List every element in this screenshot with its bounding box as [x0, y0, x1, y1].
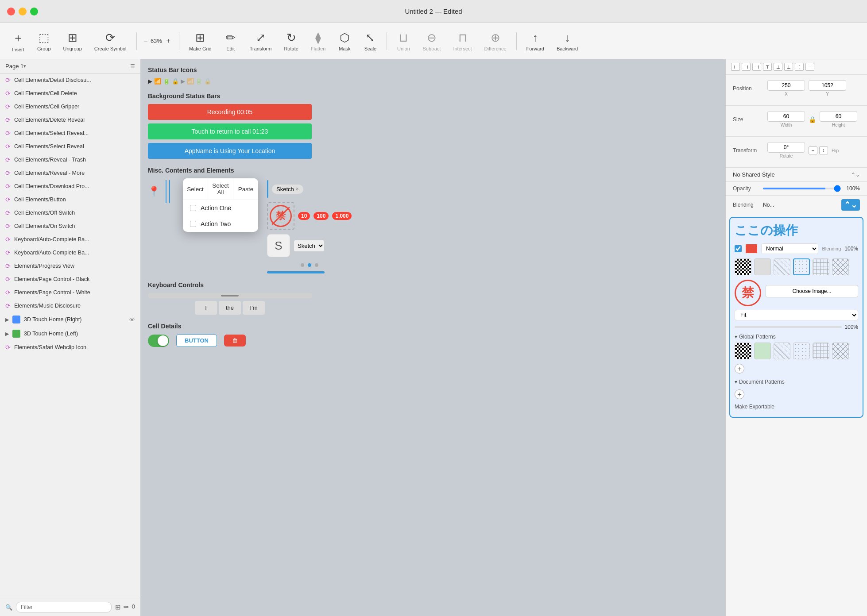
global-pattern-6[interactable] — [832, 343, 849, 359]
visibility-icon[interactable]: 👁 — [129, 316, 135, 323]
group-button[interactable]: ⬚ Group — [33, 28, 55, 54]
backward-button[interactable]: ↓ Backward — [552, 28, 582, 54]
list-item[interactable]: ⟳ Cell Elements/On Switch — [0, 219, 140, 233]
blending-dropdown-icon[interactable]: ⌃⌄ — [841, 199, 860, 211]
fit-select[interactable]: Fit — [735, 310, 858, 320]
flip-horizontal-icon[interactable]: ↔ — [809, 146, 817, 154]
pattern-wave[interactable] — [754, 258, 771, 275]
zoom-out-button[interactable]: − — [142, 36, 150, 46]
list-item[interactable]: ⟳ Cell Elements/Reveal - More — [0, 166, 140, 180]
document-patterns-header[interactable]: ▾ Document Patterns — [735, 375, 858, 388]
list-item[interactable]: ⟳ Cell Elements/Delete Reveal — [0, 113, 140, 127]
list-item[interactable]: ⟳ Cell Elements/Select Reveal... — [0, 127, 140, 140]
forward-button[interactable]: ↑ Forward — [522, 28, 549, 54]
opacity-slider[interactable] — [763, 188, 841, 189]
global-pattern-4[interactable] — [793, 343, 810, 359]
action-two-checkbox[interactable] — [190, 221, 196, 227]
difference-button[interactable]: ⊕ Difference — [480, 28, 511, 54]
key-im[interactable]: I'm — [243, 301, 265, 315]
edit-button[interactable]: ✏ Edit — [220, 28, 242, 54]
key-i[interactable]: I — [195, 301, 217, 315]
distribute-h-icon[interactable]: ⋮ — [795, 63, 804, 71]
global-pattern-5[interactable] — [813, 343, 829, 359]
select-button[interactable]: Select — [183, 178, 208, 200]
layers-icon[interactable]: ⊞ — [115, 603, 121, 611]
edit-layers-icon[interactable]: ✏ — [124, 603, 129, 611]
list-item[interactable]: ⟳ Elements/Progress View — [0, 259, 140, 273]
fill-color-swatch[interactable] — [745, 244, 758, 254]
list-item[interactable]: ⟳ Cell Elements/Detail Disclosu... — [0, 73, 140, 87]
minimize-button[interactable] — [19, 8, 27, 15]
global-patterns-add-button[interactable]: ＋ — [735, 364, 744, 373]
pattern-checkerboard[interactable] — [735, 258, 751, 275]
action-one-checkbox[interactable] — [190, 205, 196, 211]
global-patterns-header[interactable]: ▾ Global Patterns — [735, 330, 858, 343]
union-button[interactable]: ⊔ Union — [392, 28, 414, 54]
sidebar-filter-icon[interactable]: ☰ — [130, 63, 135, 69]
transform-button[interactable]: ⤢ Transform — [245, 28, 276, 54]
document-patterns-add-button[interactable]: ＋ — [735, 389, 744, 399]
choose-image-button[interactable]: Choose Image... — [766, 285, 858, 297]
close-button[interactable] — [7, 8, 15, 15]
select-all-button[interactable]: Select All — [208, 178, 233, 200]
global-pattern-3[interactable] — [774, 343, 790, 359]
global-pattern-2[interactable] — [754, 343, 771, 359]
pattern-dots[interactable] — [793, 258, 810, 275]
insert-button[interactable]: ＋ Insert — [7, 27, 29, 55]
make-grid-button[interactable]: ⊞ Make Grid — [185, 28, 216, 54]
pattern-hatch[interactable] — [774, 258, 790, 275]
cell-delete-button[interactable]: 🗑 — [224, 335, 246, 346]
action-one-row[interactable]: Action One — [183, 200, 258, 216]
list-item[interactable]: ⟳ Cell Elements/Off Switch — [0, 206, 140, 219]
toggle-switch[interactable] — [148, 335, 169, 347]
shared-style-row[interactable]: No Shared Style ⌃⌄ — [726, 168, 867, 182]
search-input[interactable] — [16, 602, 112, 612]
align-top-icon[interactable]: ⊤ — [763, 63, 772, 71]
rotate-input[interactable] — [767, 142, 805, 153]
align-center-v-icon[interactable]: ⊥ — [774, 63, 782, 71]
list-item[interactable]: ⟳ Cell Elements/Cell Delete — [0, 87, 140, 100]
list-item[interactable]: ⟳ Keyboard/Auto-Complete Ba... — [0, 233, 140, 246]
page-dropdown-arrow[interactable]: ▾ — [23, 63, 26, 69]
cell-button[interactable]: BUTTON — [176, 334, 217, 347]
height-input[interactable] — [820, 111, 857, 122]
zoom-in-button[interactable]: ＋ — [163, 35, 174, 46]
list-item[interactable]: ⟳ Cell Elements/Cell Gripper — [0, 100, 140, 113]
list-item[interactable]: ⟳ Elements/Page Control - White — [0, 286, 140, 299]
list-item[interactable]: ⟳ Elements/Safari Webclip Icon — [0, 341, 140, 354]
lock-aspect-icon[interactable]: 🔒 — [809, 116, 816, 123]
width-input[interactable] — [767, 111, 805, 122]
flatten-button[interactable]: ⧫ Flatten — [306, 28, 330, 54]
global-pattern-1[interactable] — [735, 343, 751, 359]
maximize-button[interactable] — [30, 8, 38, 15]
fill-mode-select[interactable]: Normal — [761, 243, 818, 254]
distribute-v-icon[interactable]: ⋯ — [805, 63, 814, 71]
sketch-s-button[interactable]: S — [267, 234, 290, 257]
scale-button[interactable]: ⤡ Scale — [359, 28, 381, 54]
fill-checkbox[interactable] — [735, 245, 742, 252]
sketch-close-icon[interactable]: × — [296, 186, 299, 192]
pattern-grid-swatch[interactable] — [813, 258, 829, 275]
align-right-icon[interactable]: ⊣ — [752, 63, 761, 71]
list-item[interactable]: ⟳ Elements/Music Disclosure — [0, 299, 140, 312]
pattern-crosshatch[interactable] — [832, 258, 849, 275]
intersect-button[interactable]: ⊓ Intersect — [449, 28, 476, 54]
list-item[interactable]: ▶ 3D Touch Home (Right) 👁 — [0, 312, 140, 327]
paste-button[interactable]: Paste — [233, 178, 258, 200]
flip-vertical-icon[interactable]: ↕ — [819, 146, 828, 154]
action-two-row[interactable]: Action Two — [183, 216, 258, 232]
subtract-button[interactable]: ⊖ Subtract — [418, 28, 445, 54]
align-center-h-icon[interactable]: ⊣ — [742, 63, 751, 71]
list-item[interactable]: ⟳ Cell Elements/Download Pro... — [0, 180, 140, 193]
rotate-button[interactable]: ↻ Rotate — [279, 28, 302, 54]
list-item[interactable]: ⟳ Cell Elements/Button — [0, 193, 140, 206]
create-symbol-button[interactable]: ⟳ Create Symbol — [90, 28, 131, 54]
list-item[interactable]: ▶ 3D Touch Home (Left) — [0, 327, 140, 341]
list-item[interactable]: ⟳ Cell Elements/Reveal - Trash — [0, 153, 140, 166]
align-bottom-icon[interactable]: ⊥ — [784, 63, 793, 71]
ungroup-button[interactable]: ⊞ Ungroup — [59, 28, 86, 54]
mask-button[interactable]: ⬡ Mask — [333, 28, 356, 54]
y-input[interactable] — [809, 80, 846, 91]
sketch-dropdown[interactable]: Sketch — [294, 240, 325, 252]
key-the[interactable]: the — [219, 301, 241, 315]
